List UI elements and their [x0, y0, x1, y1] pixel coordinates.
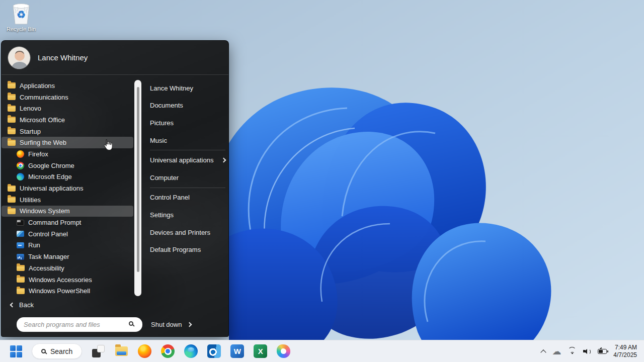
- menu-item-startup[interactable]: Startup: [2, 126, 133, 137]
- recycle-bin-label: Recycle Bin: [5, 26, 37, 32]
- firefox-button[interactable]: [138, 344, 151, 358]
- menu-item-universal-applications[interactable]: Universal applications: [2, 183, 133, 194]
- taskbar-search[interactable]: Search: [32, 343, 82, 359]
- time: 7:49 AM: [613, 344, 637, 351]
- taskbar-clock[interactable]: 7:49 AM 4/7/2025: [613, 344, 637, 359]
- recycle-bin-icon: ♻: [11, 2, 32, 25]
- folder-icon: [8, 208, 16, 214]
- menu-link-music[interactable]: Music: [150, 132, 225, 149]
- file-explorer-icon: [115, 346, 128, 356]
- menu-item-windows-accessories[interactable]: Windows Accessories: [2, 274, 133, 286]
- task-view-button[interactable]: [92, 344, 105, 358]
- user-avatar[interactable]: [8, 46, 31, 69]
- menu-link-universal-applications[interactable]: Universal applications: [150, 151, 225, 169]
- command-prompt-icon: [17, 220, 24, 226]
- chrome-icon: [17, 162, 24, 169]
- recycle-bin-desktop-icon[interactable]: ♻ Recycle Bin: [5, 2, 37, 32]
- date: 4/7/2025: [613, 351, 637, 359]
- start-search: [17, 317, 142, 332]
- system-tray: ☁ 7:49 AM 4/7/2025: [541, 344, 637, 359]
- excel-button[interactable]: X: [254, 344, 267, 358]
- user-name: Lance Whitney: [38, 53, 88, 62]
- menu-item-microsoft-office[interactable]: Microsoft Office: [2, 114, 133, 126]
- folder-icon: [8, 128, 16, 134]
- menu-item-utilities[interactable]: Utilities: [2, 194, 133, 206]
- search-icon: [41, 349, 46, 353]
- back-button[interactable]: Back: [11, 301, 34, 309]
- menu-link-pictures[interactable]: Pictures: [150, 114, 225, 132]
- chevron-right-icon: [187, 322, 192, 327]
- onedrive-cloud-icon[interactable]: ☁: [552, 347, 561, 356]
- file-explorer-button[interactable]: [115, 344, 128, 358]
- menu-item-microsoft-edge[interactable]: Microsoft Edge: [2, 171, 133, 183]
- menu-link-control-panel[interactable]: Control Panel: [150, 189, 225, 207]
- folder-icon: [17, 265, 25, 271]
- scrollbar-track[interactable]: [134, 80, 141, 296]
- folder-icon: [8, 117, 16, 123]
- menu-item-communications[interactable]: Communications: [2, 92, 133, 103]
- menu-link-devices-and-printers[interactable]: Devices and Printers: [150, 224, 225, 241]
- menu-item-surfing-the-web[interactable]: Surfing the Web: [2, 137, 133, 148]
- menu-item-applications[interactable]: Applications: [2, 80, 133, 92]
- scrollbar-thumb[interactable]: [137, 87, 139, 272]
- divider: [150, 188, 225, 188]
- recycle-arrows-icon: ♻: [17, 9, 26, 21]
- folder-icon: [17, 277, 25, 283]
- menu-item-lenovo[interactable]: Lenovo: [2, 103, 133, 114]
- start-button[interactable]: [10, 345, 22, 357]
- desktop: ♻ Recycle Bin Lance Whitney Applications…: [0, 0, 644, 362]
- edge-icon: [17, 173, 24, 180]
- menu-link-user-folder[interactable]: Lance Whitney: [150, 79, 225, 97]
- menu-item-command-prompt[interactable]: Command Prompt: [2, 217, 133, 228]
- edge-button[interactable]: [184, 344, 198, 358]
- start-menu-footer: Shut down: [17, 317, 191, 332]
- copilot-button[interactable]: [277, 344, 290, 358]
- menu-item-google-chrome[interactable]: Google Chrome: [2, 160, 133, 171]
- shutdown-button[interactable]: Shut down: [151, 321, 191, 328]
- folder-icon: [8, 82, 16, 88]
- menu-item-windows-system[interactable]: Windows System: [2, 206, 133, 217]
- start-menu-program-list: Applications Communications Lenovo Micro…: [2, 80, 141, 297]
- search-input[interactable]: [17, 317, 142, 332]
- folder-icon: [17, 288, 25, 294]
- menu-link-documents[interactable]: Documents: [150, 97, 225, 115]
- menu-item-accessibility[interactable]: Accessibility: [2, 262, 133, 274]
- word-button[interactable]: W: [230, 344, 244, 358]
- menu-item-task-manager[interactable]: Task Manager: [2, 251, 133, 262]
- menu-link-computer[interactable]: Computer: [150, 169, 225, 187]
- chrome-button[interactable]: [161, 344, 175, 358]
- volume-icon[interactable]: [583, 348, 591, 354]
- start-menu-places-list: Lance Whitney Documents Pictures Music U…: [150, 79, 225, 258]
- menu-item-firefox[interactable]: Firefox: [2, 148, 133, 160]
- wifi-icon[interactable]: [568, 348, 577, 354]
- start-menu-header: Lance Whitney: [2, 41, 228, 75]
- outlook-button[interactable]: [207, 344, 221, 358]
- taskbar-pinned-apps: Search W X: [10, 343, 290, 359]
- menu-item-windows-powershell[interactable]: Windows PowerShell: [2, 285, 133, 297]
- folder-icon: [8, 197, 16, 203]
- tray-overflow-chevron-icon[interactable]: [541, 349, 546, 355]
- folder-icon: [8, 106, 16, 112]
- chevron-left-icon: [10, 303, 15, 308]
- run-icon: [17, 242, 24, 248]
- menu-link-default-programs[interactable]: Default Programs: [150, 241, 225, 258]
- folder-icon: [8, 140, 16, 146]
- start-menu: Lance Whitney Applications Communication…: [1, 40, 229, 337]
- divider: [150, 150, 225, 150]
- word-icon: W: [234, 347, 241, 355]
- folder-icon: [8, 94, 16, 100]
- menu-item-control-panel[interactable]: Control Panel: [2, 228, 133, 240]
- control-panel-icon: [17, 231, 24, 237]
- menu-link-settings[interactable]: Settings: [150, 206, 225, 224]
- firefox-icon: [17, 150, 24, 158]
- search-icon[interactable]: [129, 321, 133, 326]
- task-manager-icon: [17, 254, 24, 260]
- chevron-right-icon: [221, 158, 226, 163]
- taskbar: Search W X ☁ 7:49 AM 4/7/2025: [0, 340, 644, 362]
- battery-charging-icon[interactable]: [598, 349, 607, 354]
- excel-icon: X: [258, 347, 263, 355]
- menu-item-run[interactable]: Run: [2, 240, 133, 251]
- folder-icon: [8, 186, 16, 192]
